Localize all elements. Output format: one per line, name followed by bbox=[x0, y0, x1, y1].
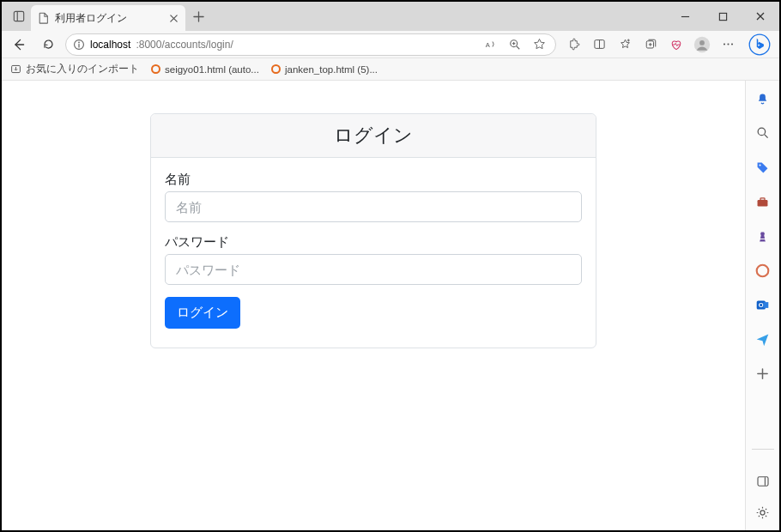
bell-icon bbox=[755, 92, 770, 106]
svg-rect-27 bbox=[760, 197, 765, 200]
close-icon bbox=[755, 11, 766, 21]
tag-icon bbox=[755, 160, 770, 175]
svg-line-24 bbox=[764, 135, 767, 138]
collections-icon bbox=[645, 38, 657, 51]
address-host: localhost bbox=[90, 39, 130, 51]
heart-pulse-icon bbox=[669, 38, 683, 51]
paper-plane-icon bbox=[755, 332, 770, 347]
favorite-button[interactable] bbox=[530, 33, 548, 57]
orange-dot-icon bbox=[151, 64, 160, 74]
tab-actions-icon bbox=[13, 10, 25, 22]
sb-search[interactable] bbox=[754, 124, 772, 142]
import-favorites-label: お気に入りのインポート bbox=[26, 63, 139, 76]
profile-button[interactable] bbox=[690, 33, 714, 57]
more-button[interactable] bbox=[716, 33, 740, 57]
zoom-icon bbox=[509, 39, 521, 51]
main-row: ログイン 名前 パスワード ログイン O bbox=[2, 81, 779, 530]
svg-text:A: A bbox=[485, 41, 489, 49]
split-icon bbox=[593, 38, 606, 51]
svg-rect-0 bbox=[14, 11, 23, 21]
favorite-link-0[interactable]: seigyo01.html (auto... bbox=[151, 64, 259, 75]
close-icon bbox=[169, 14, 179, 23]
favorites-hub-button[interactable] bbox=[613, 33, 637, 57]
tab-actions-button[interactable] bbox=[7, 2, 31, 31]
sb-toggle-sidebar[interactable] bbox=[754, 472, 772, 491]
svg-line-10 bbox=[517, 45, 520, 49]
login-card: ログイン 名前 パスワード ログイン bbox=[150, 113, 596, 348]
sb-settings[interactable] bbox=[754, 503, 772, 522]
read-aloud-button[interactable]: A bbox=[481, 33, 500, 57]
sb-shopping[interactable] bbox=[754, 158, 772, 177]
login-button[interactable]: ログイン bbox=[165, 297, 240, 329]
tab-title: 利用者ログイン bbox=[55, 11, 164, 26]
card-body: 名前 パスワード ログイン bbox=[151, 158, 596, 348]
extensions-button[interactable] bbox=[561, 33, 585, 57]
refresh-button[interactable] bbox=[36, 33, 60, 57]
address-bar[interactable]: localhost:8000/accounts/login/ A bbox=[65, 33, 556, 56]
outlook-icon: O bbox=[755, 298, 770, 312]
refresh-icon bbox=[42, 38, 55, 51]
maximize-icon bbox=[718, 12, 728, 21]
arrow-left-icon bbox=[12, 38, 26, 51]
password-input[interactable] bbox=[165, 254, 582, 285]
sb-outlook[interactable]: O bbox=[754, 295, 772, 314]
svg-point-6 bbox=[78, 41, 80, 43]
favorite-link-1[interactable]: janken_top.html (5)... bbox=[271, 64, 378, 75]
back-button[interactable] bbox=[7, 33, 31, 57]
svg-rect-30 bbox=[763, 302, 768, 308]
name-group: 名前 bbox=[165, 172, 582, 222]
copilot-button[interactable] bbox=[745, 30, 774, 59]
sb-add[interactable] bbox=[754, 364, 772, 383]
sb-tools[interactable] bbox=[754, 192, 772, 211]
sidebar-divider bbox=[752, 449, 774, 450]
zoom-button[interactable] bbox=[506, 33, 524, 57]
panel-icon bbox=[756, 475, 770, 488]
close-window-button[interactable] bbox=[742, 2, 779, 31]
info-icon bbox=[73, 39, 85, 51]
sb-notifications[interactable] bbox=[754, 89, 772, 108]
titlebar-spacer bbox=[211, 2, 666, 31]
browser-essentials-button[interactable] bbox=[664, 33, 688, 57]
read-aloud-icon: A bbox=[485, 38, 498, 51]
svg-point-20 bbox=[730, 43, 732, 45]
svg-point-23 bbox=[758, 128, 765, 135]
star-icon bbox=[533, 38, 546, 51]
site-info-button[interactable] bbox=[73, 39, 85, 51]
orange-dot-icon bbox=[271, 64, 281, 74]
browser-tab[interactable]: 利用者ログイン bbox=[31, 5, 185, 31]
tab-close-button[interactable] bbox=[169, 14, 179, 23]
maximize-button[interactable] bbox=[704, 2, 742, 31]
window-controls bbox=[666, 2, 779, 31]
password-group: パスワード bbox=[165, 234, 582, 285]
address-path: :8000/accounts/login/ bbox=[136, 39, 233, 51]
page-content: ログイン 名前 パスワード ログイン bbox=[2, 81, 745, 530]
split-screen-button[interactable] bbox=[587, 33, 611, 57]
import-favorites-button[interactable]: お気に入りのインポート bbox=[10, 63, 139, 76]
gear-icon bbox=[755, 505, 770, 520]
svg-text:O: O bbox=[759, 301, 764, 309]
briefcase-icon bbox=[755, 195, 770, 209]
search-icon bbox=[756, 126, 770, 140]
star-plus-icon bbox=[619, 38, 632, 51]
new-tab-button[interactable] bbox=[185, 2, 211, 31]
collections-button[interactable] bbox=[639, 33, 663, 57]
sb-send[interactable] bbox=[754, 329, 772, 348]
password-label: パスワード bbox=[165, 234, 582, 251]
svg-rect-26 bbox=[758, 199, 768, 206]
name-input[interactable] bbox=[165, 191, 582, 222]
avatar-icon bbox=[693, 36, 711, 53]
sb-microsoft365[interactable] bbox=[754, 261, 772, 280]
puzzle-icon bbox=[567, 38, 580, 51]
sidebar-bottom bbox=[754, 472, 772, 530]
favorites-bar: お気に入りのインポート seigyo01.html (auto... janke… bbox=[2, 58, 779, 81]
svg-point-25 bbox=[760, 164, 761, 166]
m365-icon bbox=[755, 263, 770, 278]
chess-icon bbox=[755, 229, 770, 244]
minimize-button[interactable] bbox=[666, 2, 704, 31]
favorite-link-label: seigyo01.html (auto... bbox=[165, 64, 259, 75]
name-label: 名前 bbox=[165, 172, 582, 188]
page-favicon bbox=[38, 12, 50, 24]
svg-point-19 bbox=[727, 43, 729, 45]
toolbar: localhost:8000/accounts/login/ A bbox=[2, 31, 779, 58]
sb-games[interactable] bbox=[754, 227, 772, 245]
